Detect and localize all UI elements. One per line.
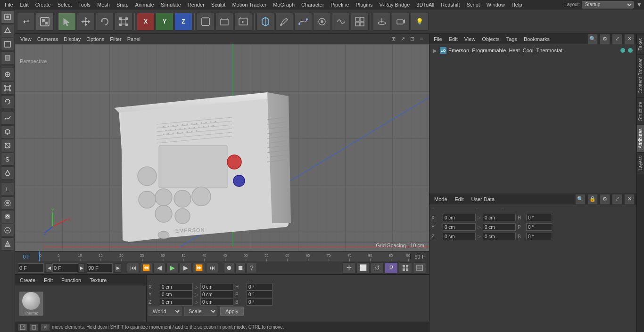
menu-mograph[interactable]: MoGraph (270, 1, 297, 8)
vp-menu-view[interactable]: View (18, 35, 34, 43)
z-pos-input[interactable] (160, 298, 193, 306)
rotate-btn[interactable] (96, 13, 114, 31)
vp-menu-filter[interactable]: Filter (107, 35, 124, 43)
attr-y-input[interactable] (443, 223, 476, 231)
menu-mesh[interactable]: Mesh (94, 1, 113, 8)
attr-menu-edit[interactable]: Edit (452, 195, 467, 203)
pb-tool-1[interactable]: ✛ (342, 262, 355, 274)
layout-arrow[interactable]: ▼ (636, 1, 642, 8)
menu-vray[interactable]: V-Ray Bridge (377, 1, 413, 8)
prev-key-btn[interactable]: ⏪ (140, 263, 152, 273)
obj-close-btn[interactable]: ✕ (624, 34, 635, 44)
tab-attributes[interactable]: Attributes (637, 124, 644, 152)
vp-menu-cameras[interactable]: Cameras (35, 35, 61, 43)
menu-redshift[interactable]: Redshift (438, 1, 462, 8)
status-icon-1[interactable] (18, 324, 27, 331)
next-key-btn[interactable]: ⏩ (193, 263, 205, 273)
b-rot-input[interactable] (247, 298, 272, 306)
go-start-btn[interactable]: ⏮ (127, 263, 139, 273)
attr-lock-btn[interactable]: 🔒 (587, 194, 598, 204)
pb-tool-3[interactable]: ↺ (371, 262, 384, 274)
step-fwd-btn[interactable]: ▶ (180, 263, 192, 273)
viewport-inner[interactable]: EMERSON (15, 44, 429, 251)
attr-expand-btn[interactable]: ⤢ (612, 194, 622, 204)
attr-h-input[interactable] (526, 214, 552, 221)
attr-menu-userdata[interactable]: User Data (469, 195, 498, 203)
model-mode-btn[interactable] (1, 10, 14, 24)
x-size-input[interactable] (200, 283, 233, 291)
vp-icon-2[interactable]: ↗ (399, 35, 406, 42)
scale-tool-left-btn[interactable] (1, 81, 14, 95)
attr-settings-btn[interactable]: ⚙ (600, 194, 610, 204)
material-thumb[interactable]: Thermo (19, 292, 43, 316)
menu-character[interactable]: Character (298, 1, 327, 8)
move-btn[interactable] (77, 13, 95, 31)
x-pos-input[interactable] (160, 283, 193, 291)
scale-dropdown[interactable]: Scale (184, 307, 217, 316)
p-rot-input[interactable] (247, 291, 272, 298)
current-frame-field[interactable] (18, 263, 44, 273)
render-all-btn[interactable] (234, 13, 252, 31)
effector-btn[interactable] (313, 13, 331, 31)
record-btn[interactable]: ⏺ (224, 263, 234, 273)
array-btn[interactable] (351, 13, 369, 31)
menu-animate[interactable]: Animate (132, 1, 157, 8)
vp-icon-1[interactable]: ⊞ (389, 35, 397, 42)
y-axis-btn[interactable]: Y (156, 13, 173, 31)
status-icon-2[interactable] (29, 324, 39, 331)
vp-icon-3[interactable]: ⊡ (408, 35, 416, 42)
menu-snap[interactable]: Snap (114, 1, 132, 8)
menu-simulate[interactable]: Simulate (158, 1, 184, 8)
menu-help[interactable]: Help (509, 1, 525, 8)
light-btn[interactable]: 💡 (411, 13, 429, 31)
floor-btn[interactable] (373, 13, 391, 31)
cube-btn[interactable] (256, 13, 274, 31)
extra-tool-3[interactable] (1, 210, 14, 223)
menu-script[interactable]: Script (464, 1, 483, 8)
paint-tool-btn[interactable] (1, 125, 14, 138)
object-item[interactable]: ▶ LO Emerson_Programmable_Heat_Cool_Ther… (431, 46, 635, 55)
y-pos-input[interactable] (160, 291, 193, 298)
attr-zs-input[interactable] (483, 233, 516, 240)
h-rot-input[interactable] (247, 283, 272, 291)
pb-tool-2[interactable]: ⬜ (356, 262, 370, 274)
attr-xs-input[interactable] (483, 214, 516, 221)
vp-icon-4[interactable]: ≡ (418, 35, 425, 42)
layout-select[interactable]: Startup (582, 1, 634, 8)
poly-mode-btn[interactable] (1, 51, 14, 65)
attr-z-input[interactable] (443, 233, 476, 240)
obj-menu-tags[interactable]: Tags (504, 35, 520, 43)
pb-tool-4[interactable]: P (385, 262, 398, 274)
menu-select[interactable]: Select (55, 1, 75, 8)
obj-menu-objects[interactable]: Objects (479, 35, 502, 43)
tab-layers[interactable]: Layers (637, 152, 644, 174)
expand-arrow[interactable]: ▶ (433, 48, 437, 53)
timeline-ruler[interactable]: 0 5 10 15 20 25 30 (39, 251, 410, 261)
obj-expand-btn[interactable]: ⤢ (612, 34, 622, 44)
pb-tool-5[interactable] (399, 262, 412, 274)
extra-tool-2[interactable] (1, 196, 14, 210)
attr-b-input[interactable] (526, 233, 552, 240)
menu-plugins[interactable]: Plugins (353, 1, 375, 8)
obj-menu-bookmarks[interactable]: Bookmarks (521, 35, 552, 43)
start-frame-field[interactable] (52, 263, 78, 273)
undo-button[interactable]: ↩ (17, 13, 35, 31)
apply-button[interactable]: Apply (220, 307, 244, 316)
attr-p-input[interactable] (526, 223, 552, 231)
spline-tool-btn[interactable] (1, 112, 14, 125)
menu-file[interactable]: File (2, 1, 16, 8)
menu-create[interactable]: Create (33, 1, 54, 8)
obj-mode-btn[interactable] (197, 13, 215, 31)
knife-tool-btn[interactable] (1, 139, 14, 152)
z-size-input[interactable] (200, 298, 233, 306)
tab-takes[interactable]: Takes (637, 34, 644, 54)
x-axis-btn[interactable]: X (137, 13, 155, 31)
extra-tool-1[interactable]: L (1, 183, 14, 196)
smooth-tool-btn[interactable]: S (1, 153, 14, 166)
vp-menu-display[interactable]: Display (61, 35, 83, 43)
obj-menu-view[interactable]: View (462, 35, 478, 43)
tab-content-browser[interactable]: Content Browser (637, 54, 644, 97)
menu-pipeline[interactable]: Pipeline (328, 1, 352, 8)
mat-menu-create[interactable]: Create (17, 276, 38, 284)
pen-btn[interactable] (275, 13, 293, 31)
